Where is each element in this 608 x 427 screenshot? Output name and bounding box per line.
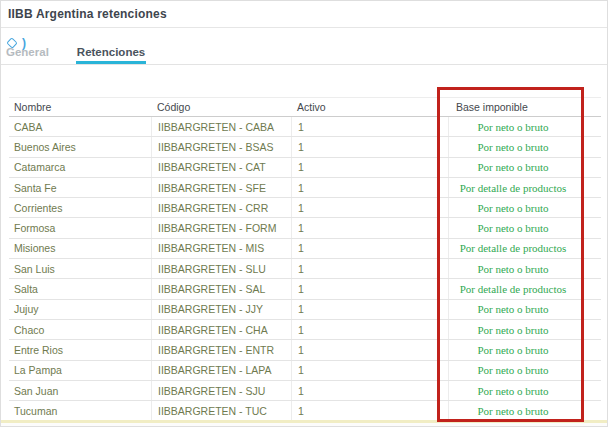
cell-activo: 1: [291, 320, 448, 339]
cell-codigo: IIBBARGRETEN - CAT: [151, 158, 291, 177]
tab-general[interactable]: General: [5, 46, 50, 64]
cell-codigo: IIBBARGRETEN - ENTR: [151, 340, 291, 359]
cell-base-imponible: Por neto o bruto: [448, 300, 601, 319]
cell-activo: 1: [291, 401, 448, 420]
tab-bar: ) General Retenciones: [1, 28, 607, 65]
cell-codigo: IIBBARGRETEN - TUC: [151, 401, 291, 420]
cell-codigo: IIBBARGRETEN - CABA: [151, 117, 291, 136]
cell-nombre: Misiones: [9, 242, 151, 254]
cell-base-imponible: Por neto o bruto: [448, 117, 601, 136]
table-body: CABA IIBBARGRETEN - CABA 1 Por neto o br…: [9, 117, 601, 421]
cell-nombre: La Pampa: [9, 364, 151, 376]
table-row[interactable]: Formosa IIBBARGRETEN - FORM 1 Por neto o…: [9, 218, 601, 238]
cell-activo: 1: [291, 259, 448, 278]
table-row[interactable]: Jujuy IIBBARGRETEN - JJY 1 Por neto o br…: [9, 300, 601, 320]
cell-nombre: Catamarca: [9, 161, 151, 173]
cell-activo: 1: [291, 361, 448, 380]
cell-nombre: Corrientes: [9, 202, 151, 214]
cell-codigo: IIBBARGRETEN - CHA: [151, 320, 291, 339]
table-row[interactable]: La Pampa IIBBARGRETEN - LAPA 1 Por neto …: [9, 361, 601, 381]
table-row[interactable]: San Juan IIBBARGRETEN - SJU 1 Por neto o…: [9, 381, 601, 401]
cell-nombre: Jujuy: [9, 303, 151, 315]
cell-nombre: Chaco: [9, 324, 151, 336]
cell-base-imponible: Por detalle de productos: [448, 178, 601, 197]
table-header-row: Nombre Código Activo Base imponible: [9, 97, 601, 117]
tabs: General Retenciones: [5, 46, 146, 64]
table-row[interactable]: CABA IIBBARGRETEN - CABA 1 Por neto o br…: [9, 117, 601, 137]
table-row[interactable]: Salta IIBBARGRETEN - SAL 1 Por detalle d…: [9, 279, 601, 299]
cell-base-imponible: Por detalle de productos: [448, 239, 601, 258]
cell-activo: 1: [291, 158, 448, 177]
cell-codigo: IIBBARGRETEN - MIS: [151, 239, 291, 258]
cell-activo: 1: [291, 300, 448, 319]
table-row[interactable]: Chaco IIBBARGRETEN - CHA 1 Por neto o br…: [9, 320, 601, 340]
table-row[interactable]: Entre Rios IIBBARGRETEN - ENTR 1 Por net…: [9, 340, 601, 360]
cell-activo: 1: [291, 198, 448, 217]
cell-activo: 1: [291, 218, 448, 237]
cell-activo: 1: [291, 178, 448, 197]
cell-activo: 1: [291, 239, 448, 258]
cell-base-imponible: Por neto o bruto: [448, 361, 601, 380]
column-header-activo[interactable]: Activo: [291, 101, 448, 113]
cell-codigo: IIBBARGRETEN - SAL: [151, 279, 291, 298]
cell-nombre: Entre Rios: [9, 344, 151, 356]
form-titlebar: IIBB Argentina retenciones: [1, 1, 607, 28]
cell-nombre: Santa Fe: [9, 182, 151, 194]
cell-nombre: San Luis: [9, 263, 151, 275]
cell-base-imponible: Por neto o bruto: [448, 340, 601, 359]
page-title: IIBB Argentina retenciones: [8, 7, 167, 21]
cell-codigo: IIBBARGRETEN - SJU: [151, 381, 291, 400]
cell-activo: 1: [291, 117, 448, 136]
table-row[interactable]: Catamarca IIBBARGRETEN - CAT 1 Por neto …: [9, 158, 601, 178]
cell-codigo: IIBBARGRETEN - SFE: [151, 178, 291, 197]
cell-codigo: IIBBARGRETEN - CRR: [151, 198, 291, 217]
column-header-nombre[interactable]: Nombre: [9, 101, 151, 113]
table-row[interactable]: Corrientes IIBBARGRETEN - CRR 1 Por neto…: [9, 198, 601, 218]
tab-retenciones[interactable]: Retenciones: [76, 46, 146, 64]
cell-activo: 1: [291, 340, 448, 359]
cell-activo: 1: [291, 381, 448, 400]
app-window: IIBB Argentina retenciones ) General Ret…: [0, 0, 608, 427]
cell-nombre: Tucuman: [9, 405, 151, 417]
cell-nombre: Salta: [9, 283, 151, 295]
bottom-margin: [1, 423, 607, 426]
retenciones-table: Nombre Código Activo Base imponible CABA…: [9, 97, 601, 421]
cell-base-imponible: Por neto o bruto: [448, 401, 601, 420]
table-row[interactable]: Buenos Aires IIBBARGRETEN - BSAS 1 Por n…: [9, 137, 601, 157]
table-row[interactable]: Tucuman IIBBARGRETEN - TUC 1 Por neto o …: [9, 401, 601, 421]
cell-codigo: IIBBARGRETEN - FORM: [151, 218, 291, 237]
cell-base-imponible: Por neto o bruto: [448, 259, 601, 278]
column-header-codigo[interactable]: Código: [151, 101, 291, 113]
cell-nombre: Buenos Aires: [9, 141, 151, 153]
cell-nombre: San Juan: [9, 385, 151, 397]
cell-base-imponible: Por neto o bruto: [448, 198, 601, 217]
cell-base-imponible: Por detalle de productos: [448, 279, 601, 298]
cell-activo: 1: [291, 279, 448, 298]
cell-codigo: IIBBARGRETEN - LAPA: [151, 361, 291, 380]
cell-codigo: IIBBARGRETEN - BSAS: [151, 137, 291, 156]
cell-codigo: IIBBARGRETEN - JJY: [151, 300, 291, 319]
cell-base-imponible: Por neto o bruto: [448, 218, 601, 237]
cell-activo: 1: [291, 137, 448, 156]
table-row[interactable]: San Luis IIBBARGRETEN - SLU 1 Por neto o…: [9, 259, 601, 279]
cell-base-imponible: Por neto o bruto: [448, 137, 601, 156]
cell-base-imponible: Por neto o bruto: [448, 320, 601, 339]
cell-nombre: Formosa: [9, 222, 151, 234]
table-row[interactable]: Misiones IIBBARGRETEN - MIS 1 Por detall…: [9, 239, 601, 259]
column-header-base-imponible[interactable]: Base imponible: [448, 101, 601, 113]
cell-base-imponible: Por neto o bruto: [448, 158, 601, 177]
cell-base-imponible: Por neto o bruto: [448, 381, 601, 400]
table-row[interactable]: Santa Fe IIBBARGRETEN - SFE 1 Por detall…: [9, 178, 601, 198]
cell-nombre: CABA: [9, 121, 151, 133]
cell-codigo: IIBBARGRETEN - SLU: [151, 259, 291, 278]
